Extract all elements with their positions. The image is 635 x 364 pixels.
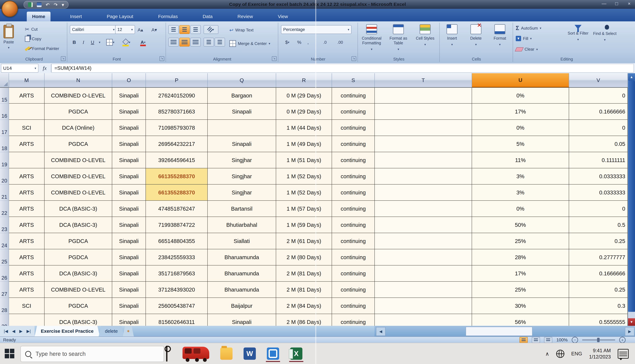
cell-U25[interactable]: 28% [472, 249, 569, 266]
cell-Q24[interactable]: Siallati [208, 233, 276, 249]
tab-insert[interactable]: Insert [65, 12, 87, 21]
cell-P15[interactable]: 276240152090 [146, 88, 208, 104]
cell-T20[interactable] [375, 168, 472, 184]
cell-P28[interactable]: 256005438747 [146, 298, 208, 314]
column-header-R[interactable]: R [276, 73, 332, 88]
cell-Q26[interactable]: Bharuamunda [208, 266, 276, 282]
cell-O19[interactable]: Sinapali [112, 152, 146, 168]
cell-P27[interactable]: 371284393020 [146, 282, 208, 298]
fill-button[interactable]: ▼ Fill▾ [516, 36, 532, 41]
zoom-slider[interactable] [582, 340, 615, 340]
scroll-down-button[interactable]: ▼ [628, 318, 635, 326]
network-globe-icon[interactable] [556, 350, 564, 358]
cell-Q23[interactable]: Bhutiarbahal [208, 217, 276, 233]
minimize-button[interactable]: — [600, 1, 608, 6]
align-left-button[interactable] [168, 38, 179, 46]
column-header-P[interactable]: P [146, 73, 208, 88]
cell-O21[interactable]: Sinapali [112, 184, 146, 201]
cell-M16[interactable] [9, 104, 45, 120]
cell-R19[interactable]: 1 M (51 Days) [276, 152, 332, 168]
row-header-15[interactable]: 15 [0, 88, 9, 104]
zoom-level[interactable]: 100% [556, 338, 568, 342]
column-header-V[interactable]: V [569, 73, 628, 88]
cell-T27[interactable] [375, 282, 472, 298]
cell-T15[interactable] [375, 88, 472, 104]
cell-U28[interactable]: 30% [472, 298, 569, 314]
font-size-combobox[interactable]: 12▾ [115, 25, 135, 34]
blue-app-icon[interactable] [267, 348, 279, 360]
cell-R17[interactable]: 1 M (44 Days) [276, 120, 332, 136]
cell-M22[interactable]: ARTS [9, 201, 45, 217]
shrink-font-button[interactable]: A▾ [148, 25, 161, 34]
scroll-left-button[interactable]: ◀ [376, 327, 386, 336]
row-header-28[interactable]: 28 [0, 298, 9, 314]
cell-O15[interactable]: Sinapali [112, 88, 146, 104]
cell-S16[interactable]: continuing [332, 104, 375, 120]
row-header-16[interactable]: 16 [0, 104, 9, 120]
cell-R15[interactable]: 0 M (29 Days) [276, 88, 332, 104]
column-header-U[interactable]: U [472, 73, 569, 88]
cell-U15[interactable]: 0% [472, 88, 569, 104]
excel-icon[interactable]: X [290, 348, 302, 360]
cell-P16[interactable]: 852780371663 [146, 104, 208, 120]
wrap-text-button[interactable]: ↩ Wrap Text [229, 27, 253, 33]
vertical-scrollbar[interactable]: ▲ ▼ [628, 73, 635, 326]
cell-O23[interactable]: Sinapali [112, 217, 146, 233]
cell-T23[interactable] [375, 217, 472, 233]
cell-Q19[interactable]: Singjhar [208, 152, 276, 168]
cell-M19[interactable] [9, 152, 45, 168]
row-header-23[interactable]: 23 [0, 217, 9, 233]
cell-M28[interactable]: SCI [9, 298, 45, 314]
cell-Q15[interactable]: Bargaon [208, 88, 276, 104]
column-header-Q[interactable]: Q [208, 73, 276, 88]
cell-V20[interactable]: 0.0333333 [569, 168, 628, 184]
word-icon[interactable]: W [243, 348, 256, 360]
cell-S22[interactable]: continuing [332, 201, 375, 217]
cell-M27[interactable]: ARTS [9, 282, 45, 298]
sheet-tab-exercise-excel-practice[interactable]: Exercise Excel Practice [35, 326, 100, 336]
cell-T29[interactable] [375, 314, 472, 326]
cell-N16[interactable]: PGDCA [45, 104, 112, 120]
cell-S20[interactable]: continuing [332, 168, 375, 184]
find-select-button[interactable]: Find & Select▾ [592, 25, 617, 42]
cell-V19[interactable]: 0.1111111 [569, 152, 628, 168]
cell-M25[interactable]: ARTS [9, 249, 45, 266]
cell-U23[interactable]: 50% [472, 217, 569, 233]
cell-U24[interactable]: 25% [472, 233, 569, 249]
cell-S19[interactable]: continuing [332, 152, 375, 168]
cell-T18[interactable] [375, 136, 472, 152]
format-cells-button[interactable]: Format▾ [488, 24, 512, 47]
start-button[interactable] [5, 349, 15, 358]
scroll-right-button[interactable]: ▶ [625, 327, 634, 336]
column-header-M[interactable]: M [9, 73, 45, 88]
tab-view[interactable]: View [272, 12, 293, 21]
cell-M26[interactable]: ARTS [9, 266, 45, 282]
delete-cells-button[interactable]: Delete▾ [464, 24, 488, 47]
lamp-icon[interactable] [162, 346, 171, 362]
row-header-17[interactable]: 17 [0, 120, 9, 136]
cell-P20[interactable]: 661355288370 [146, 168, 208, 184]
cell-O27[interactable]: Sinapali [112, 282, 146, 298]
clipboard-dialog-launcher[interactable]: ↘ [61, 56, 66, 61]
cell-Q27[interactable]: Bharuamunda [208, 282, 276, 298]
cell-T24[interactable] [375, 233, 472, 249]
cell-M18[interactable]: ARTS [9, 136, 45, 152]
decrease-indent-button[interactable] [204, 38, 214, 46]
cell-N26[interactable]: DCA (BASIC-3) [45, 266, 112, 282]
align-right-button[interactable] [190, 38, 201, 46]
underline-dropdown[interactable]: ▾ [97, 38, 103, 47]
cell-N29[interactable]: DCA (BASIC-3) [45, 314, 112, 326]
cell-S24[interactable]: continuing [332, 233, 375, 249]
cell-R27[interactable]: 2 M (81 Days) [276, 282, 332, 298]
save-button[interactable] [37, 2, 42, 7]
show-hidden-icons-chevron[interactable]: ∧ [545, 351, 549, 357]
row-header-27[interactable]: 27 [0, 282, 9, 298]
cell-N28[interactable]: PGDCA [45, 298, 112, 314]
cell-O24[interactable]: Sinapali [112, 233, 146, 249]
row-header-26[interactable]: 26 [0, 266, 9, 282]
cell-U16[interactable]: 17% [472, 104, 569, 120]
cell-S21[interactable]: continuing [332, 184, 375, 201]
qat-customize-dropdown[interactable]: ▾ [62, 2, 64, 8]
formula-input[interactable]: =SUM(X14/W14) [51, 64, 634, 72]
sheet-tab-delete[interactable]: delete [99, 326, 124, 336]
